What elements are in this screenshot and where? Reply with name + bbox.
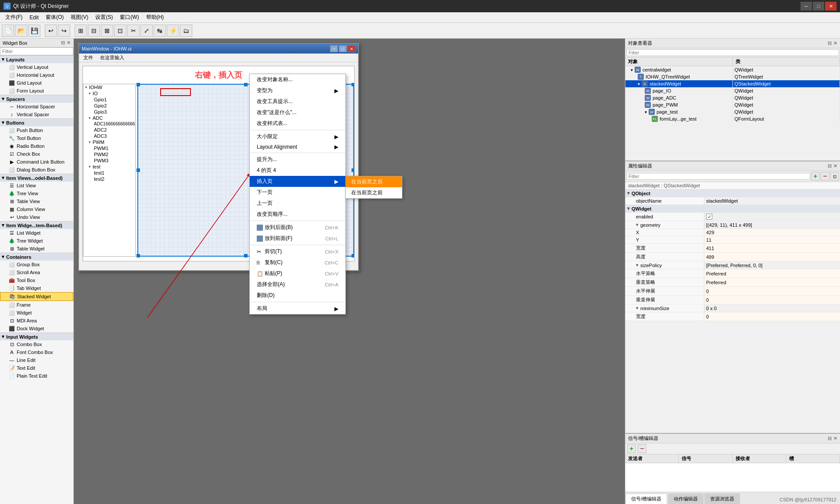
item-column-view[interactable]: ▦ Column View xyxy=(0,205,73,213)
item-scroll-area[interactable]: ⬜ Scroll Area xyxy=(0,268,73,276)
designer-menu-insert[interactable]: 在这里输入 xyxy=(97,54,127,61)
prop-filter-input[interactable] xyxy=(626,173,810,180)
toolbar-signals[interactable]: ⚡ xyxy=(167,25,179,37)
handle-bm[interactable] xyxy=(244,254,248,257)
ctx-stylesheet[interactable]: 改变样式表... xyxy=(250,118,345,129)
toolbar-adjust-size[interactable]: ⤢ xyxy=(140,25,153,37)
prop-editor-close-icon[interactable]: ✕ xyxy=(833,163,837,169)
item-push-button[interactable]: ⬜ Push Button xyxy=(0,126,73,134)
designer-minimize-btn[interactable]: ─ xyxy=(330,45,338,52)
ctx-select-all[interactable]: 选择全部(A) Ctrl+A xyxy=(250,279,345,290)
prop-row-v-stretch[interactable]: 垂直伸展 0 xyxy=(625,296,840,304)
menu-edit[interactable]: Edit xyxy=(26,14,42,21)
widget-box-close-icon[interactable]: ✕ xyxy=(67,40,71,46)
menu-view[interactable]: 视图(V) xyxy=(67,13,92,22)
prop-sort-btn[interactable]: ⊡ xyxy=(830,172,839,181)
prop-row-x[interactable]: X 429 xyxy=(625,229,840,236)
tree-adc3[interactable]: ADC3 xyxy=(83,133,135,139)
minsize-expand[interactable]: ▾ xyxy=(636,305,639,311)
handle-bl[interactable] xyxy=(136,254,140,257)
item-table-widget[interactable]: ⊞ Table Widget xyxy=(0,245,73,253)
item-mdi-area[interactable]: ⊡ MDI Area xyxy=(0,317,73,325)
item-frame[interactable]: ⬜ Frame xyxy=(0,301,73,309)
ctx-change-order[interactable]: 改变页顺序... xyxy=(250,209,345,220)
item-tree-widget[interactable]: 🌲 Tree Widget xyxy=(0,237,73,245)
ctx-promote[interactable]: 提升为... xyxy=(250,154,345,165)
tab-action-editor[interactable]: 动作编辑器 xyxy=(668,493,704,504)
obj-row-page-test[interactable]: ▾ W page_test QWidget xyxy=(625,108,840,115)
menu-window[interactable]: 窗口(W) xyxy=(116,13,142,22)
toolbar-layout-grid[interactable]: ⊠ xyxy=(101,25,113,37)
ctx-prev-page[interactable]: 上一页 xyxy=(250,198,345,209)
item-list-view[interactable]: ☰ List View xyxy=(0,182,73,189)
prop-row-h-policy[interactable]: 水平策略 Preferred xyxy=(625,269,840,278)
widget-box-float-icon[interactable]: ⊟ xyxy=(61,40,65,46)
ctx-send-back[interactable]: 放到后面(B) Ctrl+K xyxy=(250,222,345,233)
item-font-combo-box[interactable]: A Font Combo Box xyxy=(0,348,73,356)
menu-settings[interactable]: 设置(S) xyxy=(92,13,116,22)
tree-gpio3[interactable]: Gpio3 xyxy=(83,109,135,115)
geometry-expand[interactable]: ▾ xyxy=(636,222,639,228)
item-check-box[interactable]: ☑ Check Box xyxy=(0,150,73,158)
item-widget[interactable]: ⬜ Widget xyxy=(0,309,73,317)
handle-mr[interactable] xyxy=(352,168,355,172)
category-spacers[interactable]: ▾ Spacers xyxy=(0,95,73,103)
category-item-widgets[interactable]: ▾ Item Widge...tem-Based) xyxy=(0,221,73,229)
tree-gpio2[interactable]: Gpio2 xyxy=(83,103,135,109)
sizepolicy-expand[interactable]: ▾ xyxy=(636,262,639,268)
item-stacked-widget[interactable]: 📚 Stacked Widget xyxy=(0,292,73,301)
menu-form[interactable]: 窗体(O) xyxy=(42,13,67,22)
category-buttons[interactable]: ▾ Buttons xyxy=(0,118,73,126)
prop-add-btn[interactable]: + xyxy=(811,172,820,181)
prop-row-min-width[interactable]: 宽度 0 xyxy=(625,312,840,321)
tab-signal-slot[interactable]: 信号/槽编辑器 xyxy=(625,493,667,504)
ctx-next-page[interactable]: 下一页 xyxy=(250,187,345,198)
item-line-edit[interactable]: — Line Edit xyxy=(0,356,73,364)
prop-row-objectname[interactable]: objectName stackedWidget xyxy=(625,197,840,205)
signal-editor-close-icon[interactable]: ✕ xyxy=(833,436,837,441)
obj-row-centralwidget[interactable]: ▾ W centralwidget QWidget xyxy=(625,66,840,73)
item-radio-button[interactable]: ◉ Radio Button xyxy=(0,142,73,150)
prop-row-v-policy[interactable]: 垂直策略 Preferred xyxy=(625,278,840,287)
toolbar-layout-form[interactable]: ⊡ xyxy=(114,25,126,37)
toolbar-open[interactable]: 📂 xyxy=(15,25,27,37)
item-tree-view[interactable]: 🌲 Tree View xyxy=(0,189,73,197)
ctx-size-limit[interactable]: 大小限定 ▶ xyxy=(250,131,345,142)
obj-row-treewidget[interactable]: T IOHW_QTreeWidget QTreeWidget xyxy=(625,73,840,80)
tab-resource-browser[interactable]: 资源浏览器 xyxy=(704,493,740,504)
obj-inspector-close-icon[interactable]: ✕ xyxy=(833,40,837,46)
toolbar-save[interactable]: 💾 xyxy=(28,25,40,37)
submenu-after[interactable]: 在当前页之后 xyxy=(346,176,402,187)
tree-test1[interactable]: test1 xyxy=(83,170,135,176)
category-containers[interactable]: ▾ Containers xyxy=(0,253,73,261)
tree-pwm2[interactable]: PWM2 xyxy=(83,151,135,157)
prop-row-h-stretch[interactable]: 水平伸展 0 xyxy=(625,287,840,296)
item-form-layout[interactable]: ⬜ Form Layout xyxy=(0,87,73,95)
prop-row-enabled[interactable]: enabled ✓ xyxy=(625,213,840,221)
widget-box-filter[interactable] xyxy=(0,47,73,55)
maximize-button[interactable]: □ xyxy=(813,2,824,11)
toolbar-layout-h[interactable]: ⊞ xyxy=(75,25,87,37)
item-text-edit[interactable]: 📝 Text Edit xyxy=(0,364,73,372)
designer-close-btn[interactable]: ✕ xyxy=(348,45,355,52)
signal-remove-btn[interactable]: − xyxy=(638,444,646,453)
prop-row-y[interactable]: Y 11 xyxy=(625,236,840,244)
close-button[interactable]: ✕ xyxy=(825,2,836,11)
tree-root[interactable]: ▾ IOHW xyxy=(83,84,135,90)
prop-row-width[interactable]: 宽度 411 xyxy=(625,244,840,253)
toolbar-resources[interactable]: 🗂 xyxy=(180,25,192,37)
prop-remove-btn[interactable]: − xyxy=(821,172,829,181)
toolbar-tab-order[interactable]: ↹ xyxy=(154,25,166,37)
tree-test[interactable]: ▾ test xyxy=(83,164,135,170)
ctx-insert-page[interactable]: 插入页 ▶ 在当前页之后 在当前页之前 xyxy=(250,176,345,187)
qobject-expand[interactable]: ▾ xyxy=(627,190,630,196)
tree-io[interactable]: ▾ IO xyxy=(83,90,135,97)
ctx-bring-front[interactable]: 放到前面(F) Ctrl+L xyxy=(250,233,345,244)
item-v-spacer[interactable]: ↕ Vertical Spacer xyxy=(0,111,73,118)
handle-tr[interactable] xyxy=(352,83,355,86)
obj-row-page-adc[interactable]: W page_ADC QWidget xyxy=(625,94,840,101)
ctx-whatsthis[interactable]: 改变"这是什么"... xyxy=(250,107,345,118)
tree-test2[interactable]: test2 xyxy=(83,176,135,182)
toolbar-break-layout[interactable]: ✂ xyxy=(127,25,140,37)
handle-tm[interactable] xyxy=(244,83,248,86)
